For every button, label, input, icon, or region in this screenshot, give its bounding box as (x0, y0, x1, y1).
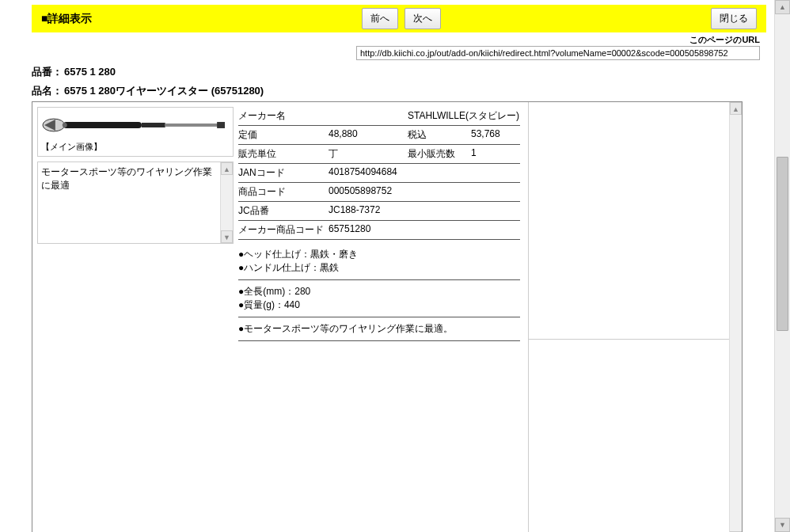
bullet-section-3: ●モータースポーツ等のワイヤリング作業に最適。 (238, 322, 520, 341)
scroll-down-icon[interactable]: ▼ (221, 230, 233, 243)
url-input[interactable] (356, 46, 760, 60)
spec-row-price: 定価 48,880 税込 53,768 (238, 126, 520, 145)
header-bar: ■詳細表示 前へ 次へ 閉じる (32, 5, 766, 32)
svg-rect-1 (63, 122, 142, 128)
next-button[interactable]: 次へ (404, 8, 441, 29)
spec-row-maker: メーカー名 STAHLWILLE(スタビレー) (238, 107, 520, 126)
spec-label: 販売単位 (238, 147, 329, 161)
scroll-up-icon[interactable]: ▲ (775, 0, 790, 14)
svg-rect-2 (142, 123, 165, 127)
spec-label: JANコード (238, 166, 329, 180)
spec-value: 1 (471, 147, 520, 161)
bullet-line: ●ハンドル仕上げ：黒鉄 (238, 261, 520, 275)
scroll-down-icon[interactable]: ▼ (775, 518, 790, 532)
name-label: 品名： (32, 85, 63, 97)
image-caption: 【メイン画像】 (41, 141, 230, 153)
code-label: 品番： (32, 66, 63, 78)
main-frame: 【メイン画像】 モータースポーツ等のワイヤリング作業に最適 ▲ ▼ メーカー名 (32, 101, 743, 532)
product-name-line: 品名：6575 1 280ワイヤーツイスター (65751280) (32, 84, 766, 98)
pliers-icon (41, 113, 230, 137)
bullet-line: ●質量(g)：440 (238, 298, 520, 312)
spec-label: メーカー商品コード (238, 223, 329, 237)
spec-value: 65751280 (329, 223, 370, 237)
description-box: モータースポーツ等のワイヤリング作業に最適 ▲ ▼ (37, 162, 234, 244)
spec-label: 商品コード (238, 185, 329, 199)
bullet-section-2: ●全長(mm)：280 ●質量(g)：440 (238, 285, 520, 317)
spec-value: STAHLWILLE(スタビレー) (408, 109, 519, 123)
product-image (41, 111, 230, 139)
scroll-up-icon[interactable]: ▲ (730, 102, 742, 115)
spec-value: 丁 (329, 147, 408, 161)
product-code-line: 品番：6575 1 280 (32, 65, 766, 79)
description-text: モータースポーツ等のワイヤリング作業に最適 (38, 162, 220, 243)
scroll-track[interactable] (775, 14, 790, 518)
spec-value: 4018754094684 (329, 166, 397, 180)
image-box: 【メイン画像】 (37, 107, 234, 157)
svg-point-5 (63, 123, 67, 127)
url-label: このページのURL (689, 34, 760, 46)
right-scrollbar[interactable]: ▲ ▼ (729, 102, 742, 532)
bullet-section-1: ●ヘッド仕上げ：黒鉄・磨き ●ハンドル仕上げ：黒鉄 (238, 248, 520, 280)
right-panel (529, 102, 729, 532)
name-value: 6575 1 280ワイヤーツイスター (65751280) (64, 85, 264, 97)
code-value: 6575 1 280 (64, 66, 116, 78)
spec-label: メーカー名 (238, 109, 329, 123)
close-button[interactable]: 閉じる (711, 8, 757, 29)
spec-row-jan: JANコード 4018754094684 (238, 164, 520, 183)
left-column: 【メイン画像】 モータースポーツ等のワイヤリング作業に最適 ▲ ▼ (32, 102, 238, 532)
spec-label: 最小販売数 (408, 147, 471, 161)
spec-value: 48,880 (329, 128, 408, 142)
svg-rect-3 (165, 124, 220, 127)
nav-buttons: 前へ 次へ (362, 8, 441, 29)
spec-row-makercode: メーカー商品コード 65751280 (238, 221, 520, 240)
right-upper-area (529, 102, 729, 340)
spec-value: 000505898752 (329, 185, 392, 199)
page-title: ■詳細表示 (41, 12, 92, 26)
spec-row-jc: JC品番 JC188-7372 (238, 202, 520, 221)
spec-row-prodcode: 商品コード 000505898752 (238, 183, 520, 202)
spec-row-unit: 販売単位 丁 最小販売数 1 (238, 145, 520, 164)
prev-button[interactable]: 前へ (362, 8, 398, 29)
url-row: このページのURL (32, 34, 766, 46)
bullet-line: ●ヘッド仕上げ：黒鉄・磨き (238, 248, 520, 261)
spec-value: JC188-7372 (329, 204, 380, 218)
right-column: ▲ ▼ (528, 102, 742, 532)
scroll-up-icon[interactable]: ▲ (221, 162, 233, 175)
spec-label: 定価 (238, 128, 329, 142)
spec-column: メーカー名 STAHLWILLE(スタビレー) 定価 48,880 税込 53,… (238, 102, 528, 532)
svg-rect-4 (217, 122, 225, 128)
scroll-thumb[interactable] (777, 157, 788, 331)
bullet-line: ●全長(mm)：280 (238, 285, 520, 298)
page-scrollbar[interactable]: ▲ ▼ (774, 0, 790, 532)
spec-value: 53,768 (471, 128, 520, 142)
scroll-track[interactable] (730, 115, 742, 531)
spec-label: 税込 (408, 128, 471, 142)
bullet-line: ●モータースポーツ等のワイヤリング作業に最適。 (238, 322, 520, 336)
spec-label: JC品番 (238, 204, 329, 218)
desc-scrollbar[interactable]: ▲ ▼ (220, 162, 233, 243)
